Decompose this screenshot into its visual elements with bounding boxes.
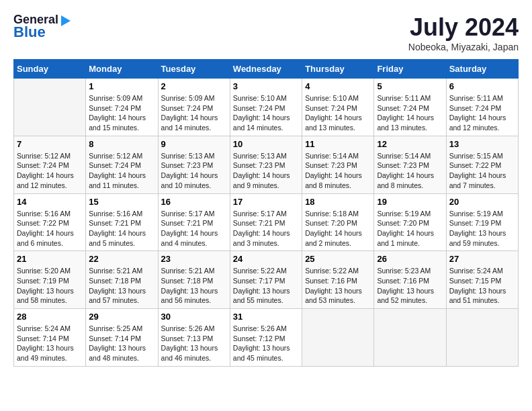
day-info: Sunrise: 5:11 AMSunset: 7:24 PMDaylight:… — [449, 93, 515, 133]
day-cell: 20Sunrise: 5:19 AMSunset: 7:19 PMDayligh… — [446, 193, 518, 251]
day-number: 12 — [377, 139, 443, 149]
day-info: Sunrise: 5:24 AMSunset: 7:15 PMDaylight:… — [449, 266, 515, 306]
day-number: 27 — [449, 254, 515, 264]
logo-text-blue: Blue — [13, 24, 46, 40]
page-header: General Blue July 2024 Nobeoka, Miyazaki… — [13, 13, 519, 52]
day-info: Sunrise: 5:12 AMSunset: 7:24 PMDaylight:… — [89, 151, 154, 191]
day-info: Sunrise: 5:22 AMSunset: 7:17 PMDaylight:… — [233, 266, 299, 306]
day-cell — [446, 309, 518, 367]
day-info: Sunrise: 5:14 AMSunset: 7:23 PMDaylight:… — [377, 151, 443, 191]
day-cell: 4Sunrise: 5:10 AMSunset: 7:24 PMDaylight… — [302, 79, 374, 136]
day-cell: 24Sunrise: 5:22 AMSunset: 7:17 PMDayligh… — [230, 251, 302, 309]
day-info: Sunrise: 5:09 AMSunset: 7:24 PMDaylight:… — [89, 93, 154, 133]
day-info: Sunrise: 5:13 AMSunset: 7:23 PMDaylight:… — [233, 151, 299, 191]
day-cell: 21Sunrise: 5:20 AMSunset: 7:19 PMDayligh… — [14, 251, 86, 309]
day-info: Sunrise: 5:12 AMSunset: 7:24 PMDaylight:… — [17, 151, 83, 191]
day-number: 19 — [377, 197, 443, 207]
day-info: Sunrise: 5:09 AMSunset: 7:24 PMDaylight:… — [161, 93, 227, 133]
day-cell: 11Sunrise: 5:14 AMSunset: 7:23 PMDayligh… — [302, 136, 374, 193]
day-info: Sunrise: 5:18 AMSunset: 7:20 PMDaylight:… — [305, 209, 371, 248]
day-number: 15 — [89, 197, 154, 207]
day-number: 9 — [161, 139, 227, 149]
day-cell: 17Sunrise: 5:17 AMSunset: 7:21 PMDayligh… — [230, 193, 302, 251]
day-cell: 25Sunrise: 5:22 AMSunset: 7:16 PMDayligh… — [302, 251, 374, 309]
day-info: Sunrise: 5:13 AMSunset: 7:23 PMDaylight:… — [161, 151, 227, 191]
day-cell: 10Sunrise: 5:13 AMSunset: 7:23 PMDayligh… — [230, 136, 302, 193]
day-number: 31 — [233, 312, 299, 322]
calendar-body: 1Sunrise: 5:09 AMSunset: 7:24 PMDaylight… — [14, 79, 519, 367]
day-info: Sunrise: 5:10 AMSunset: 7:24 PMDaylight:… — [233, 93, 299, 133]
day-cell: 19Sunrise: 5:19 AMSunset: 7:20 PMDayligh… — [374, 193, 446, 251]
day-info: Sunrise: 5:14 AMSunset: 7:23 PMDaylight:… — [305, 151, 371, 191]
day-cell: 26Sunrise: 5:23 AMSunset: 7:16 PMDayligh… — [374, 251, 446, 309]
day-cell: 3Sunrise: 5:10 AMSunset: 7:24 PMDaylight… — [230, 79, 302, 136]
day-number: 16 — [161, 197, 227, 207]
title-block: July 2024 Nobeoka, Miyazaki, Japan — [408, 13, 519, 52]
logo-arrow-icon — [61, 15, 71, 26]
day-number: 14 — [17, 197, 83, 207]
day-cell: 31Sunrise: 5:26 AMSunset: 7:12 PMDayligh… — [230, 309, 302, 367]
day-info: Sunrise: 5:21 AMSunset: 7:18 PMDaylight:… — [89, 266, 154, 306]
day-number: 22 — [89, 254, 154, 264]
location: Nobeoka, Miyazaki, Japan — [408, 42, 519, 52]
col-header-monday: Monday — [86, 60, 158, 79]
day-info: Sunrise: 5:16 AMSunset: 7:21 PMDaylight:… — [89, 209, 154, 248]
day-cell: 6Sunrise: 5:11 AMSunset: 7:24 PMDaylight… — [446, 79, 518, 136]
day-cell: 9Sunrise: 5:13 AMSunset: 7:23 PMDaylight… — [158, 136, 230, 193]
day-info: Sunrise: 5:25 AMSunset: 7:14 PMDaylight:… — [89, 324, 154, 363]
col-header-tuesday: Tuesday — [158, 60, 230, 79]
day-number: 13 — [449, 139, 515, 149]
day-number: 6 — [449, 81, 515, 91]
day-info: Sunrise: 5:11 AMSunset: 7:24 PMDaylight:… — [377, 93, 443, 133]
day-number: 2 — [161, 81, 227, 91]
day-info: Sunrise: 5:22 AMSunset: 7:16 PMDaylight:… — [305, 266, 371, 306]
day-cell — [302, 309, 374, 367]
col-header-wednesday: Wednesday — [230, 60, 302, 79]
day-info: Sunrise: 5:17 AMSunset: 7:21 PMDaylight:… — [233, 209, 299, 248]
day-cell: 18Sunrise: 5:18 AMSunset: 7:20 PMDayligh… — [302, 193, 374, 251]
col-header-thursday: Thursday — [302, 60, 374, 79]
day-cell: 7Sunrise: 5:12 AMSunset: 7:24 PMDaylight… — [14, 136, 86, 193]
day-number: 29 — [89, 312, 154, 322]
col-header-saturday: Saturday — [446, 60, 518, 79]
day-info: Sunrise: 5:24 AMSunset: 7:14 PMDaylight:… — [17, 324, 83, 363]
day-number: 25 — [305, 254, 371, 264]
day-cell: 2Sunrise: 5:09 AMSunset: 7:24 PMDaylight… — [158, 79, 230, 136]
col-header-friday: Friday — [374, 60, 446, 79]
day-number: 17 — [233, 197, 299, 207]
day-cell — [374, 309, 446, 367]
day-cell: 12Sunrise: 5:14 AMSunset: 7:23 PMDayligh… — [374, 136, 446, 193]
day-info: Sunrise: 5:26 AMSunset: 7:13 PMDaylight:… — [161, 324, 227, 363]
day-cell: 14Sunrise: 5:16 AMSunset: 7:22 PMDayligh… — [14, 193, 86, 251]
day-number: 23 — [161, 254, 227, 264]
logo: General Blue — [13, 13, 71, 40]
week-row-2: 7Sunrise: 5:12 AMSunset: 7:24 PMDaylight… — [14, 136, 519, 193]
day-cell: 28Sunrise: 5:24 AMSunset: 7:14 PMDayligh… — [14, 309, 86, 367]
day-info: Sunrise: 5:10 AMSunset: 7:24 PMDaylight:… — [305, 93, 371, 133]
week-row-1: 1Sunrise: 5:09 AMSunset: 7:24 PMDaylight… — [14, 79, 519, 136]
day-number: 30 — [161, 312, 227, 322]
month-title: July 2024 — [408, 13, 519, 42]
day-number: 10 — [233, 139, 299, 149]
day-number: 7 — [17, 139, 83, 149]
day-cell: 15Sunrise: 5:16 AMSunset: 7:21 PMDayligh… — [86, 193, 158, 251]
day-number: 20 — [449, 197, 515, 207]
day-number: 8 — [89, 139, 154, 149]
day-cell: 13Sunrise: 5:15 AMSunset: 7:22 PMDayligh… — [446, 136, 518, 193]
day-number: 5 — [377, 81, 443, 91]
day-cell: 27Sunrise: 5:24 AMSunset: 7:15 PMDayligh… — [446, 251, 518, 309]
week-row-5: 28Sunrise: 5:24 AMSunset: 7:14 PMDayligh… — [14, 309, 519, 367]
day-cell: 5Sunrise: 5:11 AMSunset: 7:24 PMDaylight… — [374, 79, 446, 136]
day-cell: 30Sunrise: 5:26 AMSunset: 7:13 PMDayligh… — [158, 309, 230, 367]
day-number: 1 — [89, 81, 154, 91]
day-cell: 8Sunrise: 5:12 AMSunset: 7:24 PMDaylight… — [86, 136, 158, 193]
day-info: Sunrise: 5:19 AMSunset: 7:19 PMDaylight:… — [449, 209, 515, 248]
day-info: Sunrise: 5:15 AMSunset: 7:22 PMDaylight:… — [449, 151, 515, 191]
day-info: Sunrise: 5:26 AMSunset: 7:12 PMDaylight:… — [233, 324, 299, 363]
day-number: 24 — [233, 254, 299, 264]
week-row-3: 14Sunrise: 5:16 AMSunset: 7:22 PMDayligh… — [14, 193, 519, 251]
day-cell: 29Sunrise: 5:25 AMSunset: 7:14 PMDayligh… — [86, 309, 158, 367]
day-number: 28 — [17, 312, 83, 322]
day-cell: 16Sunrise: 5:17 AMSunset: 7:21 PMDayligh… — [158, 193, 230, 251]
day-number: 21 — [17, 254, 83, 264]
